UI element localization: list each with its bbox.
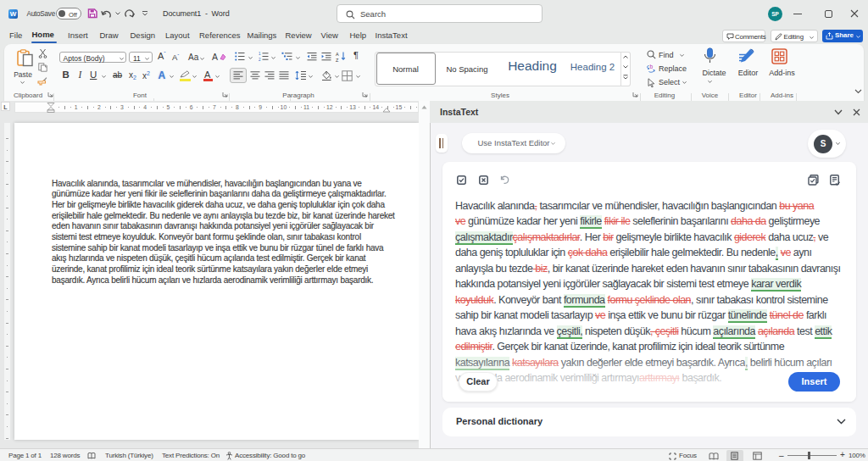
svg-text:2: 2 [259,58,261,62]
svg-text:b: b [650,64,654,69]
svg-text:1: 1 [259,52,261,56]
svg-text:Z: Z [336,58,339,63]
svg-text:A: A [336,52,339,57]
